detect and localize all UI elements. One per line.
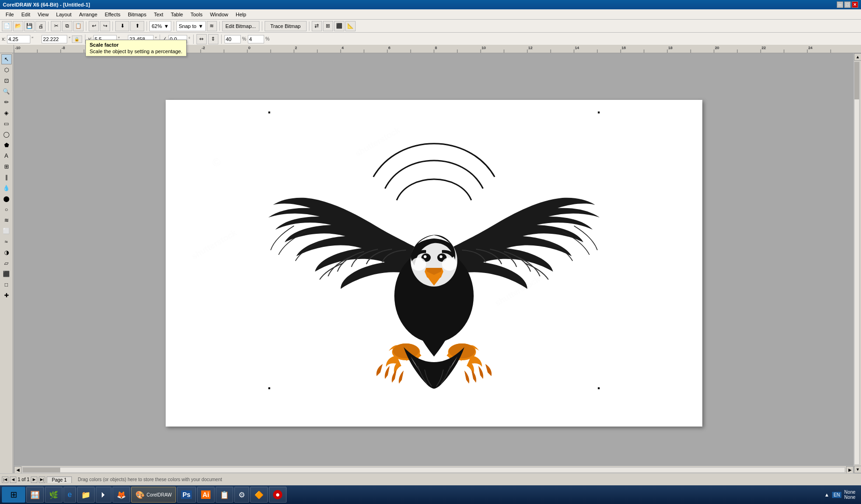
table-tool[interactable]: ⊞ [1, 161, 12, 172]
page-last-btn[interactable]: ▶| [39, 476, 45, 483]
menu-arrange[interactable]: Arrange [75, 11, 101, 18]
close-btn[interactable]: ✕ [852, 1, 858, 8]
x-input[interactable] [7, 35, 30, 43]
scroll-right-btn[interactable]: ▶ [846, 466, 854, 474]
contour-tool[interactable]: ⬜ [1, 226, 12, 236]
start-button[interactable]: ⊞ [2, 487, 25, 503]
trace-bitmap-btn[interactable]: Trace Bitmap [265, 21, 307, 31]
taskbar-app-windows[interactable]: 🪟 [26, 487, 44, 503]
vertical-scrollbar[interactable]: ▲ ▼ [854, 53, 861, 473]
canvas-area[interactable]: © shutterstock shutterstock shutterstock [14, 53, 854, 473]
extrude-tool[interactable]: ⬛ [1, 269, 12, 279]
edit-bitmap-btn[interactable]: Edit Bitmap... [222, 21, 259, 31]
snap-to-dropdown[interactable]: Snap to ▼ [176, 21, 206, 31]
ellipse-tool[interactable]: ◯ [1, 129, 12, 140]
lock-ratio-btn[interactable]: 🔒 [72, 35, 82, 43]
width-input[interactable] [42, 35, 67, 43]
maximize-btn[interactable]: □ [844, 1, 851, 8]
minimize-btn[interactable]: ─ [837, 1, 843, 8]
taskbar-app-13[interactable]: ● [269, 487, 287, 503]
zoom-dropdown-arrow[interactable]: ▼ [164, 23, 169, 29]
copy-btn[interactable]: ⧉ [62, 21, 72, 31]
undo-btn[interactable]: ↩ [89, 21, 99, 31]
scale-v-input[interactable] [248, 35, 264, 43]
horizontal-scrollbar[interactable]: ◀ ▶ [14, 466, 854, 473]
tray-icon-1[interactable]: ▲ [824, 492, 829, 497]
smart-draw-tool[interactable]: ◈ [1, 108, 12, 118]
taskbar-app-coreldraw[interactable]: 🎨 CorelDRAW [131, 487, 176, 503]
taskbar-app-ai[interactable]: Ai [197, 487, 215, 503]
zoom-dropdown[interactable]: 62% ▼ [149, 21, 171, 31]
menu-window[interactable]: Window [206, 11, 232, 18]
snap-arrow[interactable]: ▼ [198, 23, 203, 29]
taskbar-app-12[interactable]: 🔶 [250, 487, 268, 503]
taskbar-app-10[interactable]: 📋 [216, 487, 233, 503]
print-btn[interactable]: 🖨 [35, 21, 46, 31]
menu-file[interactable]: File [2, 11, 18, 18]
color-eyedrop-tool[interactable]: ✚ [1, 290, 12, 301]
menu-effects[interactable]: Effects [101, 11, 124, 18]
menu-tools[interactable]: Tools [187, 11, 206, 18]
mirror-v-btn[interactable]: ⇕ [208, 34, 218, 44]
page-tab-1[interactable]: Page 1 [47, 476, 72, 483]
scroll-left-btn[interactable]: ◀ [14, 466, 21, 474]
distort-tool[interactable]: ≈ [1, 237, 12, 247]
envelope-tool[interactable]: ▱ [1, 258, 12, 268]
tb-extra4[interactable]: 📐 [345, 21, 356, 31]
text-tool[interactable]: A [1, 151, 12, 161]
menu-layout[interactable]: Layout [52, 11, 75, 18]
shape-tool[interactable]: ⬡ [1, 65, 12, 75]
redo-btn[interactable]: ↪ [100, 21, 110, 31]
open-btn[interactable]: 📂 [13, 21, 23, 31]
outline-tool[interactable]: ○ [1, 204, 12, 215]
tb-extra3[interactable]: ⬛ [334, 21, 344, 31]
rectangle-tool[interactable]: ▭ [1, 119, 12, 129]
taskbar-app-2[interactable]: 🌿 [45, 487, 63, 503]
taskbar-app-ps[interactable]: Ps [177, 487, 196, 503]
lang-indicator[interactable]: EN [832, 492, 841, 498]
shadow-tool[interactable]: ◑ [1, 247, 12, 258]
freehand-tool[interactable]: ✏ [1, 97, 12, 107]
scroll-thumb-v[interactable] [854, 62, 859, 99]
crop-tool[interactable]: ⊡ [1, 76, 12, 86]
taskbar-app-folder[interactable]: 📁 [77, 487, 95, 503]
zoom-tool[interactable]: 🔍 [1, 86, 12, 97]
export-btn[interactable]: ⬆ [130, 21, 144, 31]
polygon-tool[interactable]: ⬟ [1, 140, 12, 150]
scroll-up-btn[interactable]: ▲ [854, 53, 861, 61]
menu-bitmaps[interactable]: Bitmaps [124, 11, 150, 18]
taskbar-app-11[interactable]: ⚙ [234, 487, 249, 503]
taskbar-app-ie[interactable]: e [63, 487, 76, 503]
menu-table[interactable]: Table [167, 11, 187, 18]
tb-extra1[interactable]: ⇄ [312, 21, 322, 31]
save-btn[interactable]: 💾 [24, 21, 35, 31]
scale-h-input[interactable] [224, 35, 241, 43]
scroll-thumb-h[interactable] [23, 468, 60, 472]
menu-help[interactable]: Help [232, 11, 250, 18]
new-btn[interactable]: 📄 [2, 21, 12, 31]
tb-extra2[interactable]: ⊞ [323, 21, 333, 31]
parallel-tool[interactable]: ∥ [1, 172, 12, 182]
mirror-h-btn[interactable]: ⇔ [196, 34, 207, 44]
menu-edit[interactable]: Edit [18, 11, 34, 18]
page-next-btn[interactable]: ▶ [31, 476, 37, 483]
blend-tool[interactable]: ≋ [1, 215, 12, 225]
menu-text[interactable]: Text [150, 11, 167, 18]
transparency-tool[interactable]: □ [1, 280, 12, 290]
page-prev-btn[interactable]: ◀ [10, 476, 16, 483]
snap-options-btn[interactable]: ≋ [207, 21, 217, 31]
taskbar-app-firefox[interactable]: 🦊 [112, 487, 130, 503]
page-first-btn[interactable]: |◀ [2, 476, 8, 483]
scroll-track-h[interactable] [22, 467, 845, 473]
window-controls[interactable]: ─ □ ✕ [837, 1, 858, 8]
menu-view[interactable]: View [34, 11, 53, 18]
taskbar-app-wmp[interactable]: ⏵ [96, 487, 112, 503]
cut-btn[interactable]: ✂ [51, 21, 61, 31]
paste-btn[interactable]: 📋 [73, 21, 84, 31]
scroll-down-btn[interactable]: ▼ [854, 466, 861, 473]
import-btn[interactable]: ⬇ [115, 21, 129, 31]
scroll-track-v[interactable] [854, 62, 860, 465]
fill-tool[interactable]: ⬤ [1, 194, 12, 204]
eyedropper-tool[interactable]: 💧 [1, 183, 12, 193]
select-tool[interactable]: ↖ [1, 54, 12, 64]
